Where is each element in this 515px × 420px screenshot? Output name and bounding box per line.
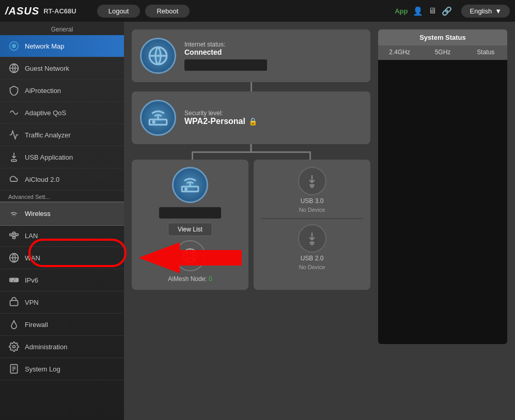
top-buttons: Logout Reboot	[97, 5, 190, 18]
sidebar-item-label: AiCloud 2.0	[25, 176, 59, 183]
sidebar-item-ipv6[interactable]: IPV6 IPv6	[0, 269, 124, 291]
connector-1	[132, 82, 370, 91]
asus-logo: /ASUS	[5, 5, 39, 17]
sidebar-item-vpn[interactable]: VPN	[0, 291, 124, 314]
sidebar-item-network-map[interactable]: Network Map	[0, 35, 124, 57]
sidebar-item-aicloud[interactable]: AiCloud 2.0	[0, 168, 124, 191]
sidebar-item-wireless[interactable]: Wireless	[0, 203, 124, 225]
guest-network-icon	[8, 63, 20, 74]
usb20-icon	[298, 224, 326, 253]
sidebar-item-usb-application[interactable]: USB Application	[0, 146, 124, 168]
aimesh-icon	[175, 240, 206, 271]
svg-rect-23	[182, 186, 198, 192]
top-bar: /ASUS RT-AC68U Logout Reboot App 👤 🖥 🔗 E…	[0, 0, 515, 22]
user-icon[interactable]: 👤	[413, 6, 423, 16]
aimesh-count: 0	[209, 275, 212, 283]
language-label: English	[470, 7, 492, 15]
svg-rect-13	[10, 301, 18, 306]
sidebar-item-adaptive-qos[interactable]: Adaptive QoS	[0, 102, 124, 124]
sidebar-item-label: VPN	[25, 299, 39, 306]
svg-rect-6	[13, 237, 15, 239]
view-list-button[interactable]: View List	[168, 223, 212, 236]
tab-status[interactable]: Status	[464, 45, 507, 60]
sidebar-item-label: WAN	[25, 254, 40, 262]
status-content	[378, 60, 507, 344]
internet-info: Internet status: Connected	[184, 41, 362, 71]
system-log-icon	[8, 363, 20, 375]
chevron-down-icon: ▼	[495, 7, 502, 15]
router-info: Security level: WPA2-Personal 🔒	[184, 110, 257, 126]
administration-icon	[8, 341, 20, 352]
sidebar-item-label: Firewall	[25, 321, 48, 329]
ssid-bar	[159, 207, 221, 219]
share-icon[interactable]: 🔗	[442, 6, 452, 16]
usb-application-icon	[8, 151, 20, 163]
wireless-icon	[8, 208, 20, 219]
lock-icon: 🔒	[248, 117, 257, 126]
status-tabs: 2.4GHz 5GHz Status	[378, 45, 507, 60]
network-map: Internet status: Connected	[132, 29, 507, 344]
logout-button[interactable]: Logout	[97, 5, 141, 18]
sidebar-item-label: Traffic Analyzer	[25, 131, 71, 139]
svg-point-36	[311, 185, 314, 188]
sidebar-item-traffic-analyzer[interactable]: Traffic Analyzer	[0, 124, 124, 146]
sidebar-item-label: IPv6	[25, 276, 38, 284]
wan-icon	[8, 252, 20, 263]
vpn-icon	[8, 297, 20, 308]
firewall-icon	[8, 319, 20, 330]
svg-rect-4	[13, 232, 15, 234]
sidebar-item-system-log[interactable]: System Log	[0, 358, 124, 380]
model-name: RT-AC68U	[43, 7, 76, 15]
sidebar-item-label: AiProtection	[25, 87, 61, 95]
sidebar-item-guest-network[interactable]: Guest Network	[0, 57, 124, 80]
router-block: Security level: WPA2-Personal 🔒	[132, 91, 370, 144]
advanced-section-label: Advanced Sett...	[0, 191, 124, 203]
sidebar-item-label: Administration	[25, 343, 67, 351]
svg-point-37	[311, 242, 314, 245]
language-button[interactable]: English ▼	[461, 5, 510, 18]
svg-rect-3	[10, 234, 12, 236]
aimesh-label: AiMesh Node: 0	[168, 275, 212, 283]
svg-line-7	[11, 236, 14, 237]
branch-connector	[132, 144, 370, 160]
sidebar-item-administration[interactable]: Administration	[0, 336, 124, 358]
usb-panel: USB 3.0 No Device USB 2	[254, 160, 370, 290]
internet-status-label: Internet status:	[184, 41, 362, 48]
reboot-button[interactable]: Reboot	[145, 5, 190, 18]
internet-status-value: Connected	[184, 48, 362, 56]
network-map-icon	[8, 40, 20, 52]
svg-point-32	[185, 251, 188, 253]
tab-5ghz[interactable]: 5GHz	[421, 45, 464, 60]
sidebar-item-wan[interactable]: WAN	[0, 247, 124, 269]
usb30-label: USB 3.0	[301, 197, 324, 205]
svg-point-34	[185, 258, 188, 260]
usb30-status: No Device	[299, 207, 325, 213]
sidebar-item-label: System Log	[25, 365, 60, 373]
tab-2.4ghz[interactable]: 2.4GHz	[378, 45, 421, 60]
sidebar-item-lan[interactable]: LAN	[0, 225, 124, 247]
sidebar-item-label: Guest Network	[25, 65, 69, 72]
monitor-icon[interactable]: 🖥	[428, 6, 436, 15]
svg-line-8	[14, 236, 17, 237]
lan-icon	[8, 230, 20, 241]
usb20-status: No Device	[299, 264, 325, 270]
svg-point-27	[188, 253, 193, 259]
sidebar-item-aiprotection[interactable]: AiProtection	[0, 80, 124, 102]
svg-point-1	[12, 44, 16, 48]
sidebar: General Network Map Guest Network AiProt…	[0, 22, 124, 420]
aicloud-icon	[8, 174, 20, 185]
lang-selector: App 👤 🖥 🔗 English ▼	[395, 5, 510, 18]
svg-rect-5	[15, 234, 18, 236]
ipv6-icon: IPV6	[8, 274, 20, 286]
topology-column: Internet status: Connected	[132, 29, 370, 344]
svg-text:IPV6: IPV6	[10, 278, 18, 282]
usb-divider	[261, 218, 363, 219]
bottom-panels: View List	[132, 160, 370, 290]
wireless-router-icon	[172, 167, 208, 203]
svg-point-33	[193, 251, 195, 253]
sidebar-item-firewall[interactable]: Firewall	[0, 314, 124, 336]
app-label: App	[395, 7, 408, 15]
svg-point-24	[185, 188, 187, 190]
sidebar-item-label: USB Application	[25, 153, 73, 161]
usb30-icon	[298, 167, 326, 195]
